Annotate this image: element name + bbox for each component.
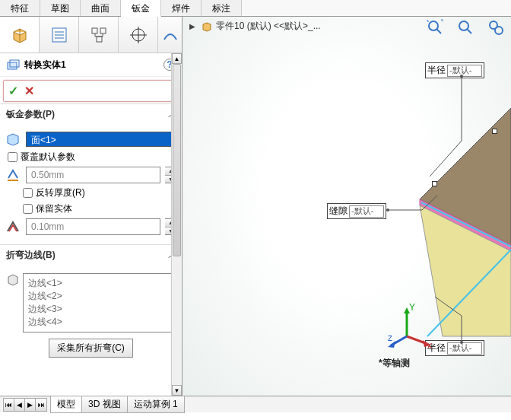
svg-rect-4 — [92, 28, 97, 33]
panel-tab-target[interactable] — [119, 17, 158, 52]
leader-line — [388, 192, 441, 215]
bottom-tab-bar: ⏮ ◀ ▶ ⏭ 模型 3D 视图 运动算例 1 — [0, 396, 511, 412]
panel-tab-form[interactable] — [40, 17, 79, 52]
callout-input[interactable] — [447, 65, 482, 77]
part-icon — [201, 21, 213, 33]
bottom-tab-3dview[interactable]: 3D 视图 — [81, 396, 128, 413]
breadcrumb-text: 零件10 (默认) <<默认>_... — [216, 20, 321, 33]
svg-line-16 — [467, 29, 471, 33]
keep-body-input[interactable] — [23, 204, 33, 214]
keep-body-checkbox[interactable]: 保留实体 — [23, 202, 177, 215]
tab-nav-prev[interactable]: ◀ — [14, 399, 25, 411]
coordinate-triad[interactable]: Y x z — [388, 304, 433, 350]
tree-icon — [90, 26, 108, 44]
svg-text:z: z — [388, 332, 392, 343]
callout-input[interactable] — [447, 342, 482, 355]
ribbon-tab-surface[interactable]: 曲面 — [81, 0, 121, 16]
svg-point-26 — [460, 75, 463, 78]
svg-text:x: x — [427, 340, 432, 351]
zoom-area-icon[interactable] — [455, 18, 476, 37]
sheet-params-section: 钣金参数(P) ︿ 面<1> 覆盖默认参数 ▲▼ — [0, 103, 182, 244]
panel-vertical-scrollbar[interactable]: ▲ ▼ — [171, 53, 182, 396]
view-orientation-label: *等轴测 — [379, 357, 410, 370]
zoom-fit-icon[interactable] — [424, 18, 446, 37]
panel-tab-row — [0, 17, 182, 53]
tab-nav-last[interactable]: ⏭ — [36, 399, 46, 411]
svg-point-18 — [495, 27, 503, 34]
ribbon-tab-weldment[interactable]: 焊件 — [161, 0, 202, 16]
bottom-tab-model[interactable]: 模型 — [50, 396, 82, 413]
override-default-label: 覆盖默认参数 — [21, 151, 75, 164]
list-item[interactable]: 边线<2> — [28, 290, 172, 303]
callout-label: 半径 — [427, 64, 446, 77]
panel-tab-tree[interactable] — [79, 17, 119, 52]
reverse-thickness-checkbox[interactable]: 反转厚度(R) — [23, 186, 177, 199]
graphics-viewport[interactable]: ▶ 零件10 (默认) <<默认>_... 半径 缝隙 — [182, 17, 511, 396]
cancel-button[interactable]: ✕ — [24, 84, 34, 98]
scroll-thumb[interactable] — [173, 64, 181, 256]
prev-view-icon[interactable] — [485, 18, 506, 37]
callout-label: 缝隙 — [329, 205, 348, 218]
sheet-params-header[interactable]: 钣金参数(P) ︿ — [0, 104, 182, 125]
selection-handle[interactable] — [432, 181, 437, 186]
ribbon-tab-annotation[interactable]: 标注 — [202, 0, 242, 16]
face-icon — [5, 132, 21, 147]
edge-collection-icon — [5, 272, 21, 288]
face-selection[interactable]: 面<1> — [26, 132, 177, 147]
selection-handle[interactable] — [492, 129, 497, 134]
section-title: 折弯边线(B) — [6, 249, 56, 262]
property-panel: 转换实体1 ? ✓ ✕ 钣金参数(P) ︿ 面<1> 覆盖默认参数 — [0, 17, 182, 396]
feature-header: 转换实体1 ? — [0, 53, 182, 77]
scroll-up[interactable]: ▲ — [172, 53, 182, 64]
arc-icon — [163, 27, 178, 43]
list-item[interactable]: 边线<4> — [28, 316, 172, 329]
bend-edges-section: 折弯边线(B) ︿ 边线<1> 边线<2> 边线<3> 边线<4> 采集所有折弯… — [0, 244, 182, 367]
kfactor-icon — [5, 219, 21, 234]
scroll-down[interactable]: ▼ — [172, 385, 182, 396]
feature-title: 转换实体1 — [24, 59, 66, 72]
svg-line-31 — [435, 297, 462, 316]
ribbon-tab-sketch[interactable]: 草图 — [40, 0, 81, 16]
svg-line-14 — [436, 29, 441, 33]
thickness-input[interactable] — [26, 167, 160, 183]
list-item[interactable]: 边线<3> — [28, 303, 172, 316]
override-default-checkbox[interactable]: 覆盖默认参数 — [8, 151, 177, 164]
svg-text:Y: Y — [409, 302, 415, 313]
ribbon-tabs: 特征 草图 曲面 钣金 焊件 标注 — [0, 0, 511, 17]
override-default-input[interactable] — [8, 152, 17, 162]
callout-gap[interactable]: 缝隙 — [327, 203, 386, 219]
callout-input[interactable] — [349, 205, 384, 218]
thickness-icon — [5, 167, 21, 183]
collect-bends-button[interactable]: 采集所有折弯(C) — [49, 339, 133, 358]
panel-tab-more[interactable] — [158, 17, 182, 52]
bottom-tab-motion[interactable]: 运动算例 1 — [127, 396, 185, 413]
bend-edges-list[interactable]: 边线<1> 边线<2> 边线<3> 边线<4> — [23, 273, 177, 332]
svg-line-25 — [430, 141, 462, 177]
form-icon — [50, 26, 68, 44]
bend-edges-header[interactable]: 折弯边线(B) ︿ — [0, 245, 182, 266]
reverse-thickness-input[interactable] — [23, 188, 33, 198]
svg-point-29 — [386, 208, 389, 212]
tab-nav-first[interactable]: ⏮ — [4, 399, 14, 411]
breadcrumb-back[interactable]: ▶ — [187, 21, 198, 31]
view-toolbar — [424, 18, 506, 37]
svg-rect-10 — [8, 62, 17, 69]
callout-radius-bottom[interactable]: 半径 — [425, 340, 484, 356]
svg-line-28 — [422, 196, 437, 210]
svg-point-32 — [460, 341, 463, 344]
scroll-track[interactable] — [172, 64, 182, 385]
panel-tab-feature[interactable] — [0, 17, 40, 52]
section-title: 钣金参数(P) — [6, 108, 55, 121]
kfactor-input[interactable] — [26, 218, 160, 235]
ribbon-tab-sheetmetal[interactable]: 钣金 — [121, 0, 161, 17]
ok-button[interactable]: ✓ — [8, 84, 18, 98]
list-item[interactable]: 边线<1> — [28, 277, 172, 290]
svg-rect-5 — [100, 28, 106, 33]
leader-line — [424, 76, 477, 179]
tab-nav-next[interactable]: ▶ — [25, 399, 36, 411]
convert-body-icon — [6, 58, 20, 72]
tab-nav-buttons: ⏮ ◀ ▶ ⏭ — [3, 398, 47, 412]
cube-icon — [9, 24, 30, 46]
ribbon-tab-features[interactable]: 特征 — [0, 0, 40, 16]
breadcrumb[interactable]: ▶ 零件10 (默认) <<默认>_... — [187, 20, 321, 33]
